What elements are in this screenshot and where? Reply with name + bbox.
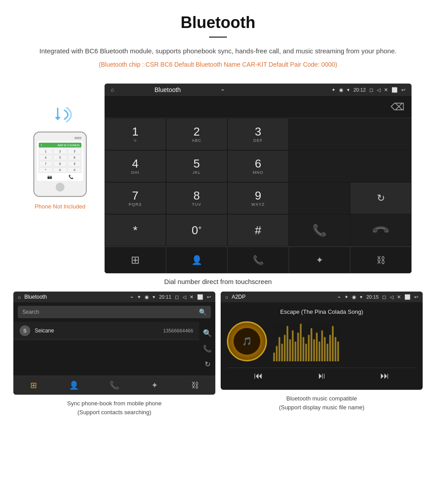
music-screen-icon[interactable]: ⬜ (404, 294, 411, 300)
search-box[interactable]: Search 🔍 (18, 306, 211, 318)
page-description: Integrated with BC6 Bluetooth module, su… (27, 46, 409, 56)
music-content: Escape (The Pina Colada Song) 🎵 ⏮ ⏯ ⏭ (221, 302, 423, 390)
music-prev-button[interactable]: ⏮ (254, 371, 263, 381)
contact-list-empty (13, 340, 199, 376)
phone-bottom-bar: 📷 📞 (39, 175, 81, 179)
dial-key-5[interactable]: 5JKL (166, 150, 227, 182)
song-title: Escape (The Pina Colada Song) (280, 308, 363, 315)
dial-key-3[interactable]: 3DEF (227, 118, 289, 150)
page-title: Bluetooth (27, 13, 409, 32)
pb-sidebar-sync-icon[interactable]: ↻ (205, 360, 210, 368)
main-content-row: ⭣ M20 +Add to Contacts 1 2 3 4 5 (0, 79, 436, 273)
backspace-button[interactable]: ⌫ (391, 101, 404, 113)
phonebook-caption: Sync phone-book from mobile phone (Suppo… (67, 399, 161, 416)
visualizer-bar (313, 339, 315, 361)
search-icon: 🔍 (199, 308, 206, 316)
dial-key-7[interactable]: 7PQRS (105, 182, 166, 214)
phonebook-status-bar: ⌂ Bluetooth ⌁ ✦ ◉ ▾ 20:11 ◻ ◁ ✕ ⬜ ↩ (13, 292, 215, 302)
contact-list: S Seicane 13566664466 (13, 322, 199, 376)
phone-illustration: ⭣ M20 +Add to Contacts 1 2 3 4 5 (24, 84, 96, 210)
pb-wifi-icon: ▾ (153, 294, 155, 300)
dial-key-2[interactable]: 2ABC (166, 118, 227, 150)
back-status-icon[interactable]: ↩ (401, 87, 405, 93)
visualizer-bar (305, 344, 307, 361)
phonebook-action-bar: ⊞ 👤 📞 ✦ ⛓ (13, 376, 215, 395)
dial-caption: Dial number direct from touchscreen (0, 273, 436, 292)
dial-call-button[interactable]: 📞 (289, 214, 350, 246)
bt-status-icon: ✦ (331, 87, 335, 93)
music-wifi-icon: ▾ (360, 294, 363, 300)
music-panel: ⌂ A2DP ⌁ ✦ ◉ ▾ 20:15 ◻ ◁ ✕ ⬜ ↩ Escape (T… (221, 292, 423, 416)
dial-key-1[interactable]: 1∿ (105, 118, 166, 150)
home-icon[interactable]: ⌂ (111, 87, 114, 93)
pb-link-btn[interactable]: ⛓ (175, 376, 215, 395)
pb-bt-icon: ✦ (137, 294, 141, 300)
dialpad-button[interactable]: ⊞ (105, 247, 166, 273)
music-back-icon[interactable]: ↩ (414, 294, 418, 300)
album-art: 🎵 (227, 321, 267, 361)
time-display: 20:12 (353, 87, 366, 93)
close-status-icon[interactable]: ✕ (384, 87, 388, 93)
dial-key-star[interactable]: * (105, 214, 166, 246)
pb-phone-btn[interactable]: 📞 (94, 376, 135, 395)
status-icons: ✦ ◉ ▾ 20:12 ◻ ◁ ✕ ⬜ ↩ (331, 87, 405, 93)
pb-close-icon[interactable]: ✕ (190, 294, 194, 300)
phone-call-bar: +Add to Contacts (39, 143, 81, 148)
phone-button[interactable]: 📞 (227, 247, 289, 273)
pb-sidebar-search-icon[interactable]: 🔍 (203, 329, 212, 337)
visualizer-bar (303, 337, 304, 361)
dial-key-9[interactable]: 9WXYZ (227, 182, 289, 214)
pb-contacts-btn[interactable]: 👤 (54, 376, 94, 395)
pb-dialpad-btn[interactable]: ⊞ (13, 376, 54, 395)
page-header: Bluetooth Integrated with BC6 Bluetooth … (0, 0, 436, 79)
dial-key-0[interactable]: 0+ (166, 214, 227, 246)
dial-key-8[interactable]: 8TUV (166, 182, 227, 214)
dial-empty-1 (289, 118, 412, 150)
dial-key-hash[interactable]: # (227, 214, 289, 246)
bluetooth-wave-icon: ⭣ (42, 101, 78, 130)
phone-home-button (56, 183, 65, 192)
phonebook-screen: ⌂ Bluetooth ⌁ ✦ ◉ ▾ 20:11 ◻ ◁ ✕ ⬜ ↩ Sear… (13, 292, 215, 395)
pb-home-icon[interactable]: ⌂ (18, 294, 21, 300)
phone-key-5: 5 (53, 155, 67, 160)
visualizer-bar (287, 326, 288, 361)
music-note-icon: 🎵 (242, 336, 252, 346)
music-vol-icon[interactable]: ◁ (390, 294, 393, 300)
dial-key-4[interactable]: 4GHI (105, 150, 166, 182)
pb-screen-icon[interactable]: ⬜ (197, 294, 203, 300)
visualizer-bar (316, 332, 318, 361)
visualizer-bar (279, 337, 280, 361)
phonebook-sidebar: 🔍 📞 ↻ (199, 322, 215, 376)
dial-redial-button[interactable]: ↻ (350, 182, 412, 214)
link-button[interactable]: ⛓ (350, 247, 412, 273)
contacts-button[interactable]: 👤 (166, 247, 227, 273)
music-close-icon[interactable]: ✕ (397, 294, 401, 300)
phone-mock: M20 +Add to Contacts 1 2 3 4 5 6 7 8 9 * (33, 132, 87, 197)
visualizer-bar (297, 332, 299, 361)
phone-key-3: 3 (68, 148, 81, 154)
visualizer-bar (332, 326, 334, 361)
visualizer-bar (319, 341, 320, 361)
dial-empty-3 (289, 182, 350, 214)
phone-keypad: 1 2 3 4 5 6 7 8 9 * 0 # (39, 148, 81, 173)
music-home-icon[interactable]: ⌂ (225, 294, 228, 300)
bluetooth-button[interactable]: ✦ (289, 247, 350, 273)
dial-key-6[interactable]: 6MNO (227, 150, 289, 182)
phone-screen: +Add to Contacts 1 2 3 4 5 6 7 8 9 * 0 # (37, 141, 83, 181)
volume-status-icon[interactable]: ◁ (377, 87, 380, 93)
pb-vol-icon[interactable]: ◁ (182, 294, 186, 300)
music-loc-icon: ◉ (352, 294, 356, 300)
visualizer-bar (295, 341, 296, 361)
music-next-button[interactable]: ⏭ (380, 371, 389, 381)
music-play-button[interactable]: ⏯ (317, 371, 326, 381)
music-status-bar: ⌂ A2DP ⌁ ✦ ◉ ▾ 20:15 ◻ ◁ ✕ ⬜ ↩ (221, 292, 423, 302)
dial-hangup-button[interactable]: 📞 (350, 214, 412, 246)
pb-loc-icon: ◉ (145, 294, 149, 300)
screen-status-icon[interactable]: ⬜ (392, 87, 398, 93)
contact-row[interactable]: S Seicane 13566664466 (13, 322, 199, 340)
visualizer-bar (327, 344, 328, 361)
pb-bt-btn[interactable]: ✦ (134, 376, 175, 395)
visualizer-bar (329, 335, 331, 361)
pb-sidebar-call-icon[interactable]: 📞 (203, 344, 212, 353)
pb-back-icon[interactable]: ↩ (207, 294, 211, 300)
